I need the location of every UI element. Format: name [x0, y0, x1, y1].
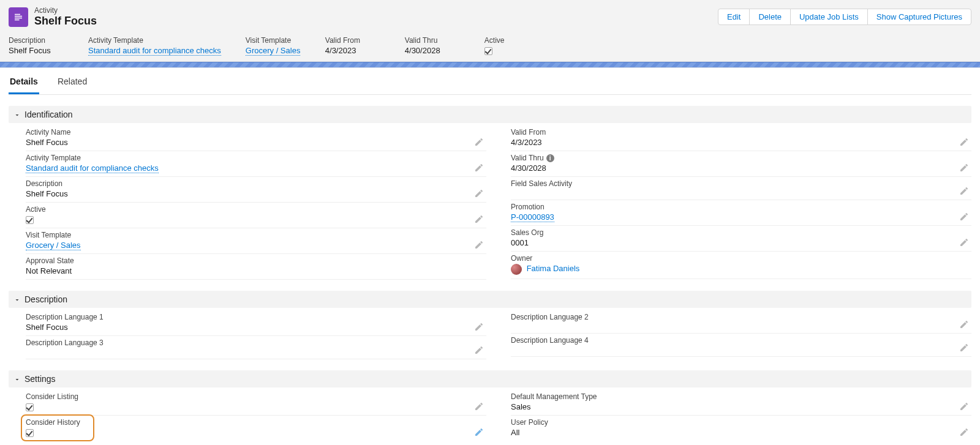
desc-lang3-label: Description Language 3 [26, 338, 486, 347]
promotion-label: Promotion [511, 203, 971, 211]
hl-visit-template-label: Visit Template [246, 36, 301, 45]
valid-from-value: 4/3/2023 [511, 136, 971, 147]
edit-icon[interactable] [474, 240, 484, 250]
section-identification-header[interactable]: Identification [9, 106, 971, 123]
edit-icon[interactable] [959, 186, 969, 196]
owner-label: Owner [511, 254, 971, 263]
field-sales-activity-value [511, 188, 971, 189]
valid-thru-value: 4/30/2028 [511, 162, 971, 173]
approval-state-value: Not Relevant [26, 265, 486, 275]
hl-active-label: Active [484, 36, 540, 45]
edit-icon[interactable] [959, 137, 969, 147]
show-captured-pictures-button[interactable]: Show Captured Pictures [867, 9, 971, 25]
section-description: Description Description Language 1 Shelf… [9, 291, 971, 359]
edit-icon[interactable] [959, 427, 969, 437]
edit-icon[interactable] [959, 402, 969, 411]
hl-activity-template-link[interactable]: Standard audit for compliance checks [88, 46, 221, 56]
tabs: Details Related [9, 68, 971, 95]
section-settings-header[interactable]: Settings [9, 370, 971, 387]
activity-template-label: Activity Template [26, 154, 486, 162]
active-label: Active [26, 205, 486, 214]
section-description-header[interactable]: Description [9, 291, 971, 308]
edit-icon[interactable] [474, 427, 484, 437]
edit-icon[interactable] [474, 189, 484, 198]
edit-icon[interactable] [474, 137, 484, 147]
promotion-link[interactable]: P-00000893 [511, 212, 554, 222]
description-value: Shelf Focus [26, 188, 486, 198]
sales-org-label: Sales Org [511, 228, 971, 237]
activity-icon [9, 7, 28, 27]
consider-history-label: Consider History [26, 418, 486, 427]
chevron-down-icon [13, 296, 21, 303]
desc-lang2-label: Description Language 2 [511, 313, 971, 321]
activity-name-label: Activity Name [26, 128, 486, 136]
valid-thru-label: Valid Thru i [511, 154, 971, 162]
edit-icon[interactable] [474, 402, 484, 411]
edit-icon[interactable] [959, 343, 969, 353]
hl-valid-from-label: Valid From [325, 36, 380, 45]
desc-lang3-value [26, 347, 486, 348]
field-sales-activity-label: Field Sales Activity [511, 179, 971, 188]
activity-name-value: Shelf Focus [26, 136, 486, 147]
valid-thru-label-text: Valid Thru [511, 154, 544, 162]
title-block: Activity Shelf Focus [9, 6, 97, 28]
edit-icon[interactable] [474, 163, 484, 173]
tab-related[interactable]: Related [56, 73, 88, 94]
default-mgmt-type-label: Default Management Type [511, 392, 971, 401]
edit-icon[interactable] [474, 345, 484, 355]
consider-listing-label: Consider Listing [26, 392, 486, 401]
section-identification-title: Identification [24, 110, 73, 119]
section-settings: Settings Consider Listing Consider Histo… [9, 370, 971, 441]
edit-icon[interactable] [959, 237, 969, 247]
page-header: Activity Shelf Focus Edit Delete Update … [0, 0, 980, 62]
hl-active-checkbox [484, 47, 492, 55]
edit-icon[interactable] [474, 322, 484, 332]
update-job-lists-button[interactable]: Update Job Lists [790, 9, 868, 25]
chevron-down-icon [13, 375, 21, 383]
edit-icon[interactable] [959, 212, 969, 222]
page-title: Shelf Focus [34, 15, 97, 28]
path-strip [0, 62, 980, 68]
section-settings-title: Settings [24, 374, 56, 384]
valid-from-label: Valid From [511, 128, 971, 136]
approval-state-label: Approval State [26, 256, 486, 265]
edit-icon[interactable] [959, 163, 969, 173]
avatar [511, 264, 522, 275]
header-actions: Edit Delete Update Job Lists Show Captur… [718, 6, 971, 25]
info-icon[interactable]: i [546, 154, 554, 162]
section-identification: Identification Activity Name Shelf Focus… [9, 106, 971, 280]
hl-valid-thru-label: Valid Thru [405, 36, 460, 45]
tab-details[interactable]: Details [9, 73, 39, 94]
owner-link[interactable]: Fatima Daniels [527, 264, 580, 274]
object-type-label: Activity [34, 6, 97, 15]
highlights-panel: Description Shelf Focus Activity Templat… [9, 28, 971, 61]
chevron-down-icon [13, 111, 21, 118]
consider-history-checkbox [26, 429, 34, 437]
consider-listing-checkbox [26, 403, 34, 411]
hl-description-label: Description [9, 36, 64, 45]
desc-lang4-label: Description Language 4 [511, 336, 971, 345]
user-policy-label: User Policy [511, 418, 971, 427]
hl-description-value: Shelf Focus [9, 46, 64, 55]
activity-template-link[interactable]: Standard audit for compliance checks [26, 163, 159, 173]
description-label: Description [26, 179, 486, 188]
hl-valid-from-value: 4/3/2023 [325, 46, 380, 55]
section-description-title: Description [24, 294, 67, 304]
active-checkbox [26, 216, 34, 224]
delete-button[interactable]: Delete [749, 9, 791, 25]
visit-template-link[interactable]: Grocery / Sales [26, 241, 81, 250]
desc-lang4-value [511, 345, 971, 346]
hl-visit-template-link[interactable]: Grocery / Sales [246, 46, 301, 56]
visit-template-label: Visit Template [26, 231, 486, 239]
user-policy-value: All [511, 427, 971, 437]
sales-org-value: 0001 [511, 237, 971, 247]
desc-lang1-label: Description Language 1 [26, 313, 486, 321]
desc-lang1-value: Shelf Focus [26, 321, 486, 332]
edit-icon[interactable] [474, 214, 484, 224]
default-mgmt-type-value: Sales [511, 401, 971, 411]
edit-button[interactable]: Edit [718, 9, 750, 25]
hl-valid-thru-value: 4/30/2028 [405, 46, 460, 55]
desc-lang2-value [511, 321, 971, 323]
hl-activity-template-label: Activity Template [88, 36, 221, 45]
edit-icon[interactable] [959, 320, 969, 329]
